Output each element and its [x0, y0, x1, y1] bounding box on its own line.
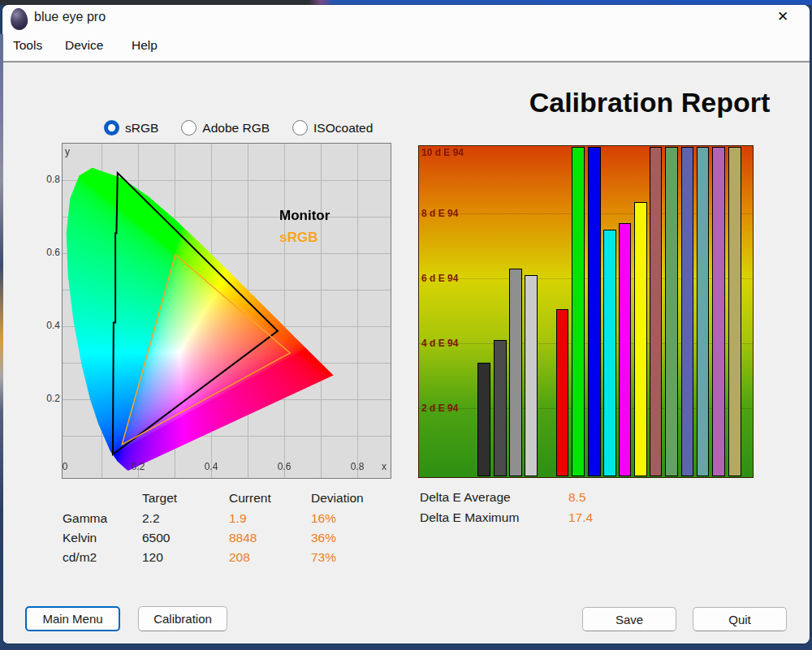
delta-e-tick-label: 2 d E 94 [421, 402, 458, 414]
delta-e-bar [650, 147, 662, 476]
cie-y-tick-label: 0.4 [36, 320, 60, 331]
delta-e-bar [665, 147, 678, 476]
delta-e-bar [588, 147, 601, 476]
luminance-target: 120 [142, 550, 163, 565]
legend-monitor-label: Monitor [279, 208, 330, 224]
cie-y-tick-label: 0.6 [36, 247, 60, 258]
cie-x-axis-name: x [382, 461, 387, 472]
row-label-gamma: Gamma [63, 511, 107, 526]
radio-icon[interactable] [104, 120, 119, 136]
radio-option-srgb[interactable]: sRGB [104, 120, 158, 136]
legend-srgb-label: sRGB [279, 230, 317, 246]
cie-y-axis-name: y [65, 146, 70, 157]
delta-e-maximum-value: 17.4 [568, 510, 593, 525]
delta-e-maximum-label: Delta E Maximum [420, 510, 519, 525]
quit-button[interactable]: Quit [693, 607, 787, 631]
save-button[interactable]: Save [582, 607, 676, 631]
window-title: blue eye pro [34, 10, 106, 24]
cie-x-tick-label: 0.2 [126, 461, 150, 472]
cie-x-tick-label: 0.4 [199, 461, 223, 472]
delta-e-bar [477, 363, 490, 476]
cie-x-tick-label: 0.6 [272, 461, 296, 472]
table-header-deviation: Deviation [311, 491, 364, 506]
delta-e-average-label: Delta E Average [420, 490, 511, 505]
gamma-current: 1.9 [229, 511, 247, 526]
title-bar [2, 5, 810, 34]
desktop: blue eye pro ✕ Tools Device Help Calibra… [0, 0, 812, 650]
radio-option-label: Adobe RGB [202, 121, 270, 136]
radio-option-adobe-rgb[interactable]: Adobe RGB [181, 120, 270, 136]
radio-icon[interactable] [181, 120, 197, 136]
delta-e-bar [619, 223, 631, 476]
menu-item-help[interactable]: Help [130, 37, 159, 54]
delta-e-tick-label: 6 d E 94 [421, 273, 458, 284]
delta-e-bar [525, 275, 538, 476]
desktop-left-edge [0, 34, 3, 644]
radio-option-label: ISOcoated [313, 121, 373, 136]
delta-e-tick-label: 4 d E 94 [421, 338, 458, 349]
delta-e-bar [572, 147, 585, 476]
delta-e-bar [556, 309, 568, 476]
cie-x-tick-label: 0.8 [345, 461, 369, 472]
luminance-deviation: 73% [311, 550, 336, 565]
delta-e-bar [634, 202, 647, 476]
delta-e-bar [712, 147, 725, 476]
close-icon[interactable]: ✕ [767, 5, 798, 28]
menu-item-tools[interactable]: Tools [11, 37, 44, 54]
delta-e-chart: 10 d E 948 d E 946 d E 944 d E 942 d E 9… [418, 145, 754, 478]
delta-e-bar [494, 340, 507, 476]
row-label-luminance: cd/m2 [63, 550, 97, 565]
radio-option-isocoated[interactable]: ISOcoated [292, 120, 373, 136]
row-label-kelvin: Kelvin [63, 531, 97, 545]
radio-option-label: sRGB [125, 121, 158, 136]
delta-e-bar [509, 269, 522, 476]
menu-item-device[interactable]: Device [63, 37, 105, 54]
menu-bar [2, 34, 810, 62]
luminance-current: 208 [229, 550, 250, 565]
profile-radio-group: sRGBAdobe RGBISOcoated [104, 120, 373, 136]
kelvin-current: 8848 [229, 531, 257, 545]
delta-e-bar [697, 147, 709, 476]
delta-e-bar [728, 147, 741, 476]
gamma-deviation: 16% [311, 511, 336, 526]
calibration-button[interactable]: Calibration [138, 606, 227, 631]
kelvin-target: 6500 [142, 531, 170, 545]
delta-e-tick-label: 10 d E 94 [421, 147, 464, 158]
delta-e-bar [681, 147, 693, 476]
cie-x-tick-label: 0 [53, 461, 77, 472]
delta-e-average-value: 8.5 [568, 490, 586, 505]
table-header-target: Target [142, 491, 177, 506]
table-header-current: Current [229, 491, 271, 506]
kelvin-deviation: 36% [311, 531, 336, 545]
delta-e-tick-label: 8 d E 94 [421, 208, 458, 219]
radio-icon[interactable] [292, 120, 308, 136]
page-title: Calibration Report [495, 87, 804, 118]
cie-y-tick-label: 0.8 [36, 174, 60, 185]
cie-diagram-canvas [63, 144, 391, 478]
cie-y-tick-label: 0.2 [36, 393, 60, 404]
gamma-target: 2.2 [142, 511, 160, 526]
main-menu-button[interactable]: Main Menu [25, 606, 120, 631]
delta-e-bar [603, 230, 616, 476]
